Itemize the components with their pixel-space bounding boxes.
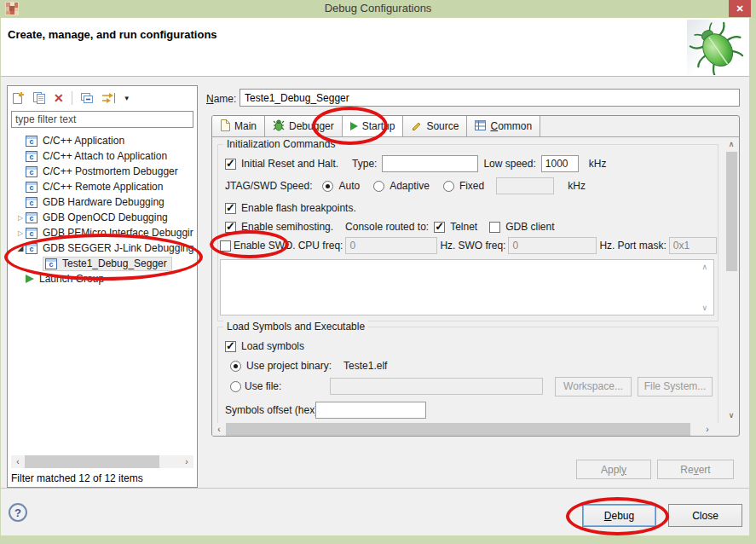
revert-button[interactable]: Revert <box>657 460 734 479</box>
delete-configuration-icon[interactable]: ✕ <box>54 90 64 106</box>
initialization-commands-group: Initialization Commands Initial Reset an… <box>217 144 718 321</box>
low-speed-unit: kHz <box>589 158 607 170</box>
file-system-button[interactable]: File System... <box>638 377 713 396</box>
use-project-binary-label: Use project binary: <box>246 360 332 372</box>
initial-reset-label: Initial Reset and Halt. <box>241 158 338 170</box>
debug-beetle-icon <box>687 20 747 75</box>
tree-item-gdb-pemicro[interactable]: ▷ GDB PEMicro Interface Debuggir <box>9 225 196 240</box>
group-title: Initialization Commands <box>223 138 338 150</box>
load-symbols-checkbox[interactable] <box>225 341 236 352</box>
table-icon <box>475 120 486 133</box>
tree-item-cpp-attach[interactable]: C/C++ Attach to Application <box>9 148 196 164</box>
initial-reset-checkbox[interactable] <box>225 159 236 170</box>
speed-auto-radio[interactable] <box>322 181 333 192</box>
reset-type-input[interactable] <box>382 155 478 172</box>
symbols-offset-input[interactable] <box>315 402 426 419</box>
c-application-icon <box>45 258 57 269</box>
c-application-icon <box>26 136 38 147</box>
semihosting-label: Enable semihosting. <box>241 221 333 233</box>
toolbar-menu-dropdown-icon[interactable]: ▼ <box>124 90 130 106</box>
scroll-left-icon[interactable]: ‹ <box>212 423 226 436</box>
flash-breakpoints-label: Enable flash breakpoints. <box>241 202 356 214</box>
configuration-tabfolder: Main Debugger Startup Source Common Init… <box>211 115 740 437</box>
pencil-icon <box>411 119 422 133</box>
tree-item-launch-group[interactable]: Launch Group <box>9 271 196 286</box>
scroll-left-icon[interactable]: ‹ <box>11 455 25 468</box>
collapse-all-icon[interactable] <box>80 90 94 106</box>
fixed-speed-unit: kHz <box>568 180 586 192</box>
document-icon <box>220 119 230 134</box>
filter-input[interactable] <box>11 111 193 128</box>
tab-main[interactable]: Main <box>212 116 265 136</box>
configuration-tree: C/C++ Application C/C++ Attach to Applic… <box>9 133 196 286</box>
fixed-speed-input[interactable] <box>496 177 554 194</box>
collapsed-expander-icon[interactable]: ▷ <box>15 229 26 237</box>
apply-button[interactable]: Apply <box>576 460 651 479</box>
button-bar-separator <box>1 488 749 489</box>
use-file-input[interactable] <box>330 378 543 395</box>
tree-item-cpp-postmortem[interactable]: C/C++ Postmortem Debugger <box>9 164 196 179</box>
configurations-toolbar: ✕ ▼ <box>12 89 130 107</box>
swo-freq-input[interactable] <box>508 237 597 254</box>
speed-fixed-radio[interactable] <box>443 181 454 192</box>
duplicate-configuration-icon[interactable] <box>32 90 46 106</box>
tree-item-cpp-application[interactable]: C/C++ Application <box>9 133 196 148</box>
tab-bar: Main Debugger Startup Source Common <box>212 116 739 137</box>
enable-swo-checkbox[interactable] <box>220 240 231 252</box>
tree-item-gdb-openocd[interactable]: ▷ GDB OpenOCD Debugging <box>9 210 196 225</box>
debug-button[interactable]: Debug <box>582 504 656 527</box>
cpu-freq-input[interactable] <box>345 237 437 254</box>
tab-startup[interactable]: Startup <box>343 116 404 136</box>
filter-configurations-icon[interactable] <box>101 90 116 106</box>
textarea-scroll-down-icon[interactable]: ∨ <box>701 304 707 312</box>
question-icon: ? <box>14 506 21 519</box>
speed-adaptive-radio[interactable] <box>373 181 384 192</box>
play-icon <box>350 122 358 130</box>
type-label: Type: <box>352 158 377 170</box>
scrollbar-thumb[interactable] <box>25 455 159 468</box>
low-speed-input[interactable] <box>541 155 579 172</box>
telnet-checkbox[interactable] <box>434 222 445 233</box>
scroll-down-icon[interactable]: ∨ <box>724 411 739 420</box>
new-configuration-icon[interactable] <box>12 90 25 106</box>
cpu-freq-label: CPU freq: <box>298 240 343 252</box>
tab-content-vertical-scrollbar[interactable]: ∧ ∨ <box>724 138 739 424</box>
page-title: Create, manage, and run configurations <box>8 28 217 41</box>
tab-source[interactable]: Source <box>403 116 467 136</box>
scroll-right-icon[interactable]: › <box>180 455 193 468</box>
semihosting-checkbox[interactable] <box>225 222 236 233</box>
help-button[interactable]: ? <box>9 503 27 522</box>
gdb-client-checkbox[interactable] <box>489 222 500 233</box>
flash-breakpoints-checkbox[interactable] <box>225 203 236 214</box>
expanded-expander-icon[interactable]: ◢ <box>15 244 26 252</box>
close-window-button[interactable]: ✕ <box>729 0 751 17</box>
c-application-icon <box>26 243 38 254</box>
low-speed-label: Low speed: <box>483 158 535 170</box>
scroll-up-icon[interactable]: ∧ <box>724 140 739 148</box>
tab-common[interactable]: Common <box>467 116 540 136</box>
tree-horizontal-scrollbar[interactable]: ‹ › <box>11 455 193 468</box>
tree-item-cpp-remote[interactable]: C/C++ Remote Application <box>9 179 196 194</box>
name-label: Name: <box>206 93 236 105</box>
c-application-icon <box>26 182 38 193</box>
use-project-binary-radio[interactable] <box>230 361 241 372</box>
use-file-radio[interactable] <box>230 381 241 392</box>
scrollbar-thumb[interactable] <box>726 152 737 271</box>
tree-item-gdb-segger[interactable]: ◢ GDB SEGGER J-Link Debugging <box>9 240 196 256</box>
toolbar-separator <box>72 91 72 105</box>
enable-swo-label: Enable SWO. <box>234 240 296 252</box>
scroll-right-icon[interactable]: › <box>701 423 714 436</box>
close-button[interactable]: Close <box>668 504 742 527</box>
port-mask-input[interactable] <box>669 237 717 254</box>
tab-content-horizontal-scrollbar[interactable]: ‹ › <box>212 423 723 436</box>
scrollbar-thumb[interactable] <box>226 423 690 436</box>
collapsed-expander-icon[interactable]: ▷ <box>15 214 26 222</box>
tab-debugger[interactable]: Debugger <box>265 116 343 136</box>
init-commands-textarea[interactable] <box>220 259 714 315</box>
tree-item-teste1-debug-segger[interactable]: Teste1_Debug_Segger <box>9 256 196 271</box>
tree-item-gdb-hardware[interactable]: GDB Hardware Debugging <box>9 194 196 210</box>
swo-freq-label: SWO freq: <box>458 240 505 252</box>
workspace-button[interactable]: Workspace... <box>555 377 632 396</box>
name-input[interactable] <box>239 89 740 107</box>
textarea-scroll-up-icon[interactable]: ∧ <box>701 263 707 271</box>
